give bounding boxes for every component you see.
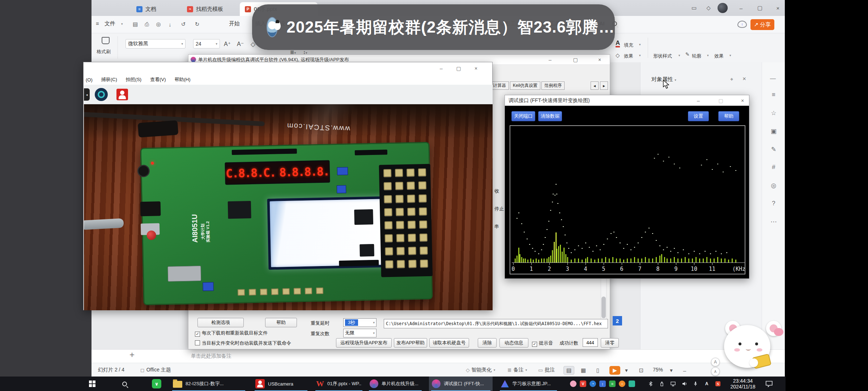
stc-scrollbar-thumb[interactable] <box>601 297 606 318</box>
favorites-icon[interactable]: ☆ <box>767 106 780 119</box>
repeat-delay-select[interactable]: 3秒▾ <box>343 318 376 327</box>
taskbar-item-4[interactable]: 82-I2S接口-数字... <box>170 377 247 391</box>
detect-options-button[interactable]: 检测选项 <box>197 318 244 327</box>
shape-effect-label[interactable]: 效果 <box>714 53 724 59</box>
view-read-button[interactable]: ▯ <box>592 366 603 375</box>
desktop-pet-mascot[interactable] <box>705 318 788 375</box>
tray-sogou-icon[interactable]: S <box>715 381 721 387</box>
checkbox-checked-icon[interactable]: ✓ <box>195 332 200 337</box>
notification-banner[interactable]: 2025年暑期留校群(2条新消息）智23.6郭腾… <box>252 4 615 50</box>
clear-data-button[interactable]: 清除数据 <box>538 111 562 121</box>
notes-button[interactable]: ≣备注▾ <box>507 367 527 373</box>
publish-app-button[interactable]: 远程现场升级APP发布 <box>336 338 392 348</box>
camera-minimize-button[interactable]: – <box>435 64 447 73</box>
share-button[interactable]: ↗分享 <box>750 19 774 30</box>
decrease-font-icon[interactable]: A⁻ <box>237 41 244 47</box>
success-count-input[interactable] <box>583 338 598 347</box>
taskbar-item-5[interactable]: USBcamera <box>252 377 310 391</box>
camera-capture-icon[interactable] <box>116 89 128 100</box>
edit-icon[interactable]: ✎ <box>767 143 780 156</box>
taskbar-item-6[interactable]: W01序.pptx - WP... <box>313 377 365 391</box>
notification-text[interactable]: 2025年暑期留校群(2条新消息）智23.6郭腾… <box>286 17 615 38</box>
add-slide-button[interactable]: + <box>129 350 135 360</box>
checkbox-checked-icon[interactable]: ✓ <box>532 342 537 347</box>
wps-doc-tab[interactable]: ≡文档 <box>131 2 175 16</box>
autoload-checkbox[interactable]: 当目标文件变化时自动装载并发送下载命令 <box>195 340 291 346</box>
tray-monitor-icon[interactable] <box>670 381 676 387</box>
taskbar-item[interactable] <box>119 377 139 391</box>
tray-orange-search-icon[interactable]: ○ <box>619 381 625 387</box>
settings-button[interactable]: 设置 <box>688 111 709 121</box>
publish-help-button[interactable]: 发布APP帮助 <box>394 338 427 348</box>
fit-slide-button[interactable]: ⊡ <box>636 366 647 375</box>
stc-close-button[interactable]: × <box>593 55 606 64</box>
camera-menu-5[interactable]: 帮助(H) <box>175 76 191 83</box>
restore-button[interactable]: ▢ <box>754 3 765 13</box>
taskbar-item-7[interactable]: 单片机在线升级... <box>367 377 424 391</box>
undo-icon[interactable]: ↺ <box>179 20 187 28</box>
file-menu-caret-icon[interactable]: ▾ <box>121 22 123 26</box>
taskbar-item[interactable] <box>86 377 106 391</box>
camera-menu-3[interactable]: 拍照(S) <box>126 76 141 83</box>
layers-button[interactable]: ▭ <box>689 3 699 13</box>
view-normal-button[interactable]: ▤ <box>563 366 574 375</box>
tray-teal-app-icon[interactable] <box>629 381 635 387</box>
tray-usb-icon[interactable] <box>659 381 665 387</box>
shape-outline-icon[interactable]: ✎ <box>685 51 690 57</box>
taskbar-item-9[interactable]: 学习板示意图.JP... <box>498 377 559 391</box>
export-pdf-icon[interactable]: ↓ <box>166 20 174 28</box>
help-icon[interactable]: ? <box>767 197 780 210</box>
repeat-count-select[interactable]: 无限▾ <box>343 329 376 337</box>
checkbox-unchecked-icon[interactable] <box>195 340 200 345</box>
camera-close-button[interactable]: × <box>470 64 482 73</box>
stc-help-button[interactable]: 帮助 <box>265 318 297 327</box>
zoom-level[interactable]: 75% <box>653 367 663 373</box>
tray-microphone-icon[interactable] <box>692 381 699 387</box>
font-name-select[interactable]: 微软雅黑▾ <box>125 39 186 49</box>
font-size-select[interactable]: 24▾ <box>193 39 220 49</box>
more-icon[interactable]: ⋯ <box>767 215 780 228</box>
cloud-sync-icon[interactable]: ↑ <box>737 21 747 28</box>
shape-outline-label[interactable]: 轮廓 <box>692 53 701 59</box>
find-icon[interactable]: ◎ <box>767 179 780 192</box>
shape-style-label[interactable]: 形状样式 <box>653 53 672 59</box>
zoom-out-button[interactable]: – <box>679 366 690 375</box>
text-fill-label[interactable]: 填充 <box>624 42 633 49</box>
cards-icon[interactable]: ▣ <box>767 125 780 138</box>
tray-blue-sync-icon[interactable]: ↕ <box>599 381 606 387</box>
action-center-icon[interactable] <box>765 380 773 387</box>
panel-close-icon[interactable]: × <box>743 75 746 83</box>
wps-doc-tab[interactable]: ❧找稻壳模板 <box>182 2 239 16</box>
camera-maximize-button[interactable]: ▢ <box>452 64 465 73</box>
theme-button[interactable]: ◻Office 主题 <box>140 367 171 373</box>
read-disk-button[interactable]: 读取本机硬盘号 <box>429 338 469 348</box>
notes-bar[interactable]: + 单击此处添加备注 <box>92 349 785 363</box>
stc-tab-3[interactable]: 范例程序 <box>541 81 565 90</box>
beautify-button[interactable]: ◇智能美化▾ <box>466 367 495 373</box>
stc-tab-next-icon[interactable]: ▸ <box>600 81 608 90</box>
fft-close-button[interactable]: × <box>736 96 749 105</box>
stc-minimize-button[interactable]: – <box>544 55 556 64</box>
view-sorter-button[interactable]: ▦ <box>578 366 589 375</box>
hamburger-icon[interactable]: ≡ <box>96 20 99 26</box>
camera-menu-4[interactable]: 查看(V) <box>150 76 166 83</box>
fft-maximize-button[interactable]: ▢ <box>715 96 727 105</box>
play-options-caret-icon[interactable]: ▾ <box>621 366 632 375</box>
zoom-caret-icon[interactable]: ▾ <box>666 366 677 375</box>
format-painter-label[interactable]: 格式刷 <box>97 49 111 55</box>
tray-bluetooth-icon[interactable] <box>647 381 654 387</box>
redo-icon[interactable]: ↻ <box>193 20 201 28</box>
mascot-collapse-button[interactable]: ∧ <box>711 367 720 376</box>
text-effect-label[interactable]: 效果 <box>624 53 633 59</box>
sidebar-collapse-tab[interactable]: ◂ <box>84 88 90 101</box>
camera-title-bar[interactable] <box>84 62 492 74</box>
hex-file-path-input[interactable] <box>384 319 608 328</box>
fft-help-button[interactable]: 帮助 <box>718 111 739 121</box>
user-avatar[interactable] <box>718 3 728 13</box>
print-preview-icon[interactable]: ◎ <box>154 20 162 28</box>
stc-tab-2[interactable]: Keil仿真设置 <box>510 81 540 90</box>
format-painter-icon[interactable] <box>102 37 110 44</box>
fft-title-bar[interactable]: 调试接口 (FFT-快速傅里叶变换绘图) <box>505 95 749 106</box>
dynamic-info-button[interactable]: 动态信息 <box>499 338 528 348</box>
taskbar-clock[interactable]: 23:44:34 2024/11/18 <box>726 378 760 390</box>
